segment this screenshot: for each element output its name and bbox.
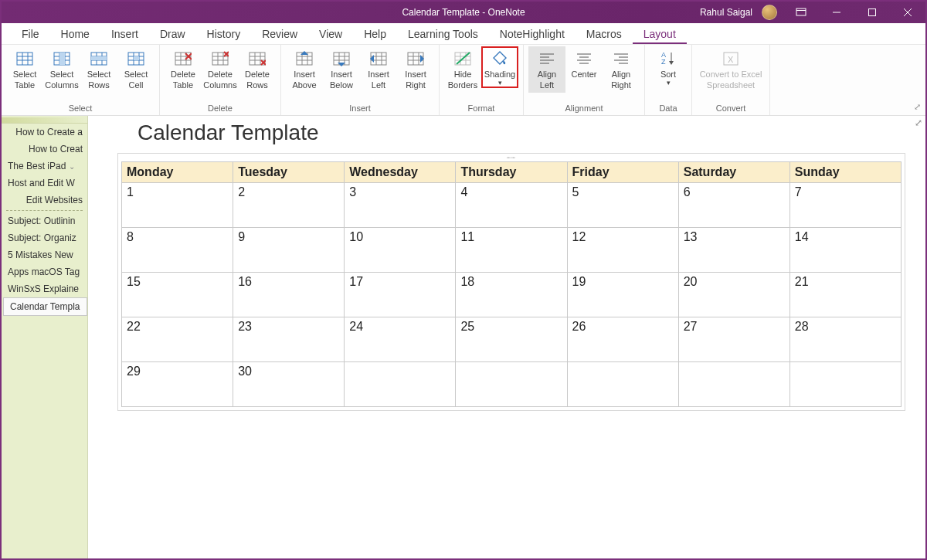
sidebar-item[interactable]: 5 Mistakes New	[2, 246, 87, 263]
minimize-button[interactable]	[819, 2, 854, 23]
calendar-day-cell[interactable]: 28	[789, 317, 901, 362]
calendar-day-cell[interactable]	[345, 362, 456, 407]
calendar-day-cell[interactable]: 24	[345, 317, 456, 362]
sidebar-item[interactable]: Subject: Outlinin	[2, 212, 87, 229]
calendar-day-cell[interactable]: 11	[456, 228, 567, 273]
calendar-day-cell[interactable]	[456, 362, 567, 407]
calendar-day-cell[interactable]: 3	[345, 183, 456, 228]
calendar-day-cell[interactable]	[789, 362, 901, 407]
select-rows-button[interactable]: SelectRows	[80, 46, 117, 93]
menu-history[interactable]: History	[196, 24, 252, 44]
insert-right-button[interactable]: InsertRight	[397, 46, 434, 93]
calendar-day-cell[interactable]: 16	[233, 273, 345, 317]
delete-columns-button[interactable]: DeleteColumns	[202, 46, 239, 93]
calendar-day-cell[interactable]: 8	[122, 228, 233, 273]
calendar-day-cell[interactable]: 23	[233, 317, 345, 362]
calendar-day-cell[interactable]: 2	[233, 183, 345, 228]
calendar-day-cell[interactable]: 6	[678, 183, 789, 228]
calendar-container[interactable]: ┅┅ MondayTuesdayWednesdayThursdayFridayS…	[117, 153, 905, 411]
menu-notehighlight[interactable]: NoteHighlight	[489, 24, 576, 44]
sidebar-item[interactable]: Subject: Organiz	[2, 229, 87, 246]
calendar-day-cell[interactable]: 17	[345, 273, 456, 317]
menu-help[interactable]: Help	[353, 24, 397, 44]
ribbon-btn-label: Insert	[294, 70, 315, 79]
sidebar-item[interactable]: The Best iPad⌄	[2, 158, 87, 175]
menu-macros[interactable]: Macros	[576, 24, 633, 44]
calendar-day-cell[interactable]: 14	[789, 228, 901, 273]
calendar-header-cell[interactable]: Friday	[567, 162, 678, 183]
ribbon-btn-label2: Table	[15, 80, 35, 90]
maximize-button[interactable]	[854, 2, 890, 23]
calendar-header-cell[interactable]: Monday	[122, 162, 233, 183]
calendar-day-cell[interactable]: 18	[456, 273, 567, 317]
calendar-header-cell[interactable]: Sunday	[789, 162, 901, 183]
calendar-day-cell[interactable]	[567, 362, 678, 407]
container-handle-icon[interactable]: ┅┅	[498, 154, 525, 159]
menu-learning-tools[interactable]: Learning Tools	[397, 24, 489, 44]
calendar-header-cell[interactable]: Thursday	[456, 162, 567, 183]
calendar-day-cell[interactable]: 26	[567, 317, 678, 362]
ribbon-btn-label2: Borders	[448, 80, 478, 90]
calendar-day-cell[interactable]: 7	[789, 183, 901, 228]
menu-review[interactable]: Review	[251, 24, 308, 44]
ribbon-group-format: HideBordersShading▾Format	[440, 45, 524, 115]
sort-button[interactable]: AZSort▾	[650, 46, 687, 88]
calendar-day-cell[interactable]: 1	[122, 183, 233, 228]
calendar-day-cell[interactable]: 30	[233, 362, 345, 407]
expand-icon[interactable]: ⤢	[915, 117, 922, 128]
delete-table-button[interactable]: DeleteTable	[165, 46, 202, 93]
svg-text:Z: Z	[661, 58, 666, 66]
menu-home[interactable]: Home	[50, 24, 100, 44]
calendar-header-cell[interactable]: Saturday	[678, 162, 789, 183]
page-title[interactable]: Calendar Template	[99, 119, 915, 153]
align-left-button[interactable]: AlignLeft	[528, 46, 565, 93]
calendar-day-cell[interactable]: 9	[233, 228, 345, 273]
calendar-table[interactable]: MondayTuesdayWednesdayThursdayFridaySatu…	[121, 161, 902, 407]
menu-view[interactable]: View	[308, 24, 353, 44]
calendar-day-cell[interactable]: 22	[122, 317, 233, 362]
select-table-button[interactable]: SelectTable	[6, 46, 43, 93]
align-right-button[interactable]: AlignRight	[603, 46, 640, 93]
hide-borders-button[interactable]: HideBorders	[444, 46, 481, 93]
calendar-day-cell[interactable]: 27	[678, 317, 789, 362]
sidebar-item[interactable]: How to Creat	[2, 141, 87, 158]
calendar-day-cell[interactable]: 25	[456, 317, 567, 362]
select-cell-button[interactable]: SelectCell	[117, 46, 154, 93]
sidebar-item[interactable]: WinSxS Explaine	[2, 280, 87, 297]
sidebar-item[interactable]: Edit Websites	[2, 192, 87, 209]
insert-below-button[interactable]: InsertBelow	[323, 46, 360, 93]
sidebar-item[interactable]: Calendar Templa	[3, 297, 87, 316]
shading-button[interactable]: Shading▾	[481, 46, 518, 88]
menu-file[interactable]: File	[11, 24, 50, 44]
select-columns-button[interactable]: SelectColumns	[43, 46, 80, 93]
calendar-day-cell[interactable]: 19	[567, 273, 678, 317]
calendar-day-cell[interactable]: 10	[345, 228, 456, 273]
calendar-day-cell[interactable]: 5	[567, 183, 678, 228]
close-button[interactable]	[890, 2, 925, 23]
collapse-ribbon-icon[interactable]: ⤢	[914, 102, 921, 112]
menu-draw[interactable]: Draw	[149, 24, 196, 44]
menu-layout[interactable]: Layout	[633, 24, 687, 44]
delete-rows-button[interactable]: DeleteRows	[239, 46, 276, 93]
insert-left-button[interactable]: InsertLeft	[360, 46, 397, 93]
calendar-day-cell[interactable]: 4	[456, 183, 567, 228]
insert-above-button[interactable]: InsertAbove	[286, 46, 323, 93]
calendar-day-cell[interactable]: 13	[678, 228, 789, 273]
user-avatar-icon[interactable]	[762, 5, 777, 20]
sidebar-item[interactable]: Apps macOS Tag	[2, 263, 87, 280]
sidebar-item[interactable]: How to Create a	[2, 124, 87, 141]
calendar-day-cell[interactable]: 12	[567, 228, 678, 273]
menu-insert[interactable]: Insert	[100, 24, 149, 44]
sidebar-item[interactable]: Host and Edit W	[2, 175, 87, 192]
calendar-day-cell[interactable]: 21	[789, 273, 901, 317]
ribbon-display-options-icon[interactable]	[783, 2, 819, 23]
sidebar-tabbar[interactable]	[2, 117, 87, 124]
page-canvas[interactable]: ⤢ Calendar Template ┅┅ MondayTuesdayWedn…	[88, 116, 925, 558]
calendar-header-cell[interactable]: Wednesday	[345, 162, 456, 183]
calendar-day-cell[interactable]: 29	[122, 362, 233, 407]
calendar-day-cell[interactable]: 20	[678, 273, 789, 317]
calendar-day-cell[interactable]: 15	[122, 273, 233, 317]
center-button[interactable]: Center	[565, 46, 603, 82]
calendar-header-cell[interactable]: Tuesday	[233, 162, 345, 183]
calendar-day-cell[interactable]	[678, 362, 789, 407]
